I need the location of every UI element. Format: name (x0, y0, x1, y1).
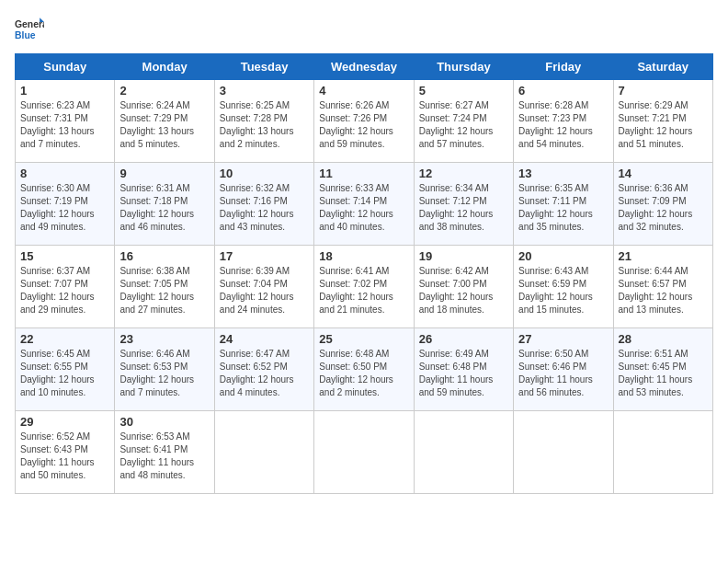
calendar-cell: 6Sunrise: 6:28 AMSunset: 7:23 PMDaylight… (514, 80, 613, 163)
logo: General Blue (15, 15, 44, 44)
day-number: 18 (319, 249, 408, 263)
calendar-cell: 2Sunrise: 6:24 AMSunset: 7:29 PMDaylight… (115, 80, 214, 163)
calendar-cell: 18Sunrise: 6:41 AMSunset: 7:02 PMDayligh… (314, 246, 414, 328)
calendar-cell: 13Sunrise: 6:35 AMSunset: 7:11 PMDayligh… (514, 163, 613, 246)
calendar-week-4: 22Sunrise: 6:45 AMSunset: 6:55 PMDayligh… (16, 328, 713, 411)
svg-text:Blue: Blue (15, 30, 36, 40)
calendar-header-row: SundayMondayTuesdayWednesdayThursdayFrid… (16, 54, 713, 80)
calendar-cell (314, 411, 414, 494)
day-info: Sunrise: 6:32 AMSunset: 7:16 PMDaylight:… (220, 182, 309, 234)
day-info: Sunrise: 6:53 AMSunset: 6:41 PMDaylight:… (119, 431, 209, 482)
day-info: Sunrise: 6:38 AMSunset: 7:05 PMDaylight:… (119, 265, 209, 316)
calendar-cell (214, 411, 313, 494)
day-info: Sunrise: 6:23 AMSunset: 7:31 PMDaylight:… (20, 99, 109, 151)
calendar-cell: 29Sunrise: 6:52 AMSunset: 6:43 PMDayligh… (16, 411, 115, 494)
calendar-cell: 1Sunrise: 6:23 AMSunset: 7:31 PMDaylight… (16, 80, 115, 163)
day-info: Sunrise: 6:26 AMSunset: 7:26 PMDaylight:… (319, 99, 408, 151)
day-info: Sunrise: 6:27 AMSunset: 7:24 PMDaylight:… (419, 99, 508, 151)
day-number: 6 (518, 84, 608, 98)
day-info: Sunrise: 6:29 AMSunset: 7:21 PMDaylight:… (619, 99, 708, 151)
calendar-cell: 22Sunrise: 6:45 AMSunset: 6:55 PMDayligh… (16, 328, 115, 411)
day-info: Sunrise: 6:42 AMSunset: 7:00 PMDaylight:… (419, 265, 508, 316)
calendar-cell (414, 411, 513, 494)
calendar-cell: 23Sunrise: 6:46 AMSunset: 6:53 PMDayligh… (115, 328, 214, 411)
calendar-cell: 19Sunrise: 6:42 AMSunset: 7:00 PMDayligh… (414, 246, 513, 328)
calendar-cell: 25Sunrise: 6:48 AMSunset: 6:50 PMDayligh… (314, 328, 414, 411)
calendar-cell: 5Sunrise: 6:27 AMSunset: 7:24 PMDaylight… (414, 80, 513, 163)
day-info: Sunrise: 6:50 AMSunset: 6:46 PMDaylight:… (518, 348, 608, 399)
column-header-monday: Monday (115, 54, 214, 80)
calendar-cell (514, 411, 613, 494)
day-number: 3 (220, 84, 309, 98)
day-number: 26 (419, 332, 508, 346)
calendar-cell: 10Sunrise: 6:32 AMSunset: 7:16 PMDayligh… (214, 163, 313, 246)
column-header-tuesday: Tuesday (214, 54, 313, 80)
day-number: 15 (20, 249, 109, 263)
day-number: 11 (319, 167, 408, 180)
calendar-cell: 7Sunrise: 6:29 AMSunset: 7:21 PMDaylight… (613, 80, 712, 163)
day-number: 7 (619, 84, 708, 98)
day-info: Sunrise: 6:48 AMSunset: 6:50 PMDaylight:… (319, 348, 408, 399)
calendar-cell: 16Sunrise: 6:38 AMSunset: 7:05 PMDayligh… (115, 246, 214, 328)
day-info: Sunrise: 6:41 AMSunset: 7:02 PMDaylight:… (319, 265, 408, 316)
column-header-wednesday: Wednesday (314, 54, 414, 80)
day-info: Sunrise: 6:25 AMSunset: 7:28 PMDaylight:… (220, 99, 309, 151)
day-number: 23 (119, 332, 209, 346)
day-number: 8 (20, 167, 109, 180)
calendar-cell: 9Sunrise: 6:31 AMSunset: 7:18 PMDaylight… (115, 163, 214, 246)
calendar-cell: 11Sunrise: 6:33 AMSunset: 7:14 PMDayligh… (314, 163, 414, 246)
calendar: SundayMondayTuesdayWednesdayThursdayFrid… (15, 53, 713, 494)
column-header-sunday: Sunday (16, 54, 115, 80)
calendar-cell: 3Sunrise: 6:25 AMSunset: 7:28 PMDaylight… (214, 80, 313, 163)
calendar-cell: 8Sunrise: 6:30 AMSunset: 7:19 PMDaylight… (16, 163, 115, 246)
day-number: 29 (20, 415, 109, 429)
header: General Blue (15, 15, 713, 44)
calendar-cell: 21Sunrise: 6:44 AMSunset: 6:57 PMDayligh… (613, 246, 712, 328)
day-number: 21 (619, 249, 708, 263)
day-number: 22 (20, 332, 109, 346)
day-info: Sunrise: 6:34 AMSunset: 7:12 PMDaylight:… (419, 182, 508, 234)
day-number: 1 (20, 84, 109, 98)
day-info: Sunrise: 6:47 AMSunset: 6:52 PMDaylight:… (220, 348, 309, 399)
day-number: 28 (619, 332, 708, 346)
logo-icon: General Blue (15, 15, 44, 44)
day-info: Sunrise: 6:33 AMSunset: 7:14 PMDaylight:… (319, 182, 408, 234)
day-info: Sunrise: 6:46 AMSunset: 6:53 PMDaylight:… (119, 348, 209, 399)
calendar-cell: 24Sunrise: 6:47 AMSunset: 6:52 PMDayligh… (214, 328, 313, 411)
day-info: Sunrise: 6:36 AMSunset: 7:09 PMDaylight:… (619, 182, 708, 234)
day-info: Sunrise: 6:37 AMSunset: 7:07 PMDaylight:… (20, 265, 109, 316)
calendar-cell: 4Sunrise: 6:26 AMSunset: 7:26 PMDaylight… (314, 80, 414, 163)
day-number: 4 (319, 84, 408, 98)
day-info: Sunrise: 6:52 AMSunset: 6:43 PMDaylight:… (20, 431, 109, 482)
day-number: 9 (119, 167, 209, 180)
day-number: 2 (119, 84, 209, 98)
day-number: 14 (619, 167, 708, 180)
day-number: 30 (119, 415, 209, 429)
calendar-week-3: 15Sunrise: 6:37 AMSunset: 7:07 PMDayligh… (16, 246, 713, 328)
day-info: Sunrise: 6:35 AMSunset: 7:11 PMDaylight:… (518, 182, 608, 234)
day-number: 25 (319, 332, 408, 346)
calendar-cell: 28Sunrise: 6:51 AMSunset: 6:45 PMDayligh… (613, 328, 712, 411)
calendar-week-2: 8Sunrise: 6:30 AMSunset: 7:19 PMDaylight… (16, 163, 713, 246)
calendar-cell: 17Sunrise: 6:39 AMSunset: 7:04 PMDayligh… (214, 246, 313, 328)
calendar-cell: 20Sunrise: 6:43 AMSunset: 6:59 PMDayligh… (514, 246, 613, 328)
column-header-thursday: Thursday (414, 54, 513, 80)
day-info: Sunrise: 6:43 AMSunset: 6:59 PMDaylight:… (518, 265, 608, 316)
calendar-cell: 26Sunrise: 6:49 AMSunset: 6:48 PMDayligh… (414, 328, 513, 411)
day-number: 16 (119, 249, 209, 263)
day-info: Sunrise: 6:39 AMSunset: 7:04 PMDaylight:… (220, 265, 309, 316)
calendar-cell: 15Sunrise: 6:37 AMSunset: 7:07 PMDayligh… (16, 246, 115, 328)
day-number: 20 (518, 249, 608, 263)
day-info: Sunrise: 6:51 AMSunset: 6:45 PMDaylight:… (619, 348, 708, 399)
day-number: 5 (419, 84, 508, 98)
day-info: Sunrise: 6:24 AMSunset: 7:29 PMDaylight:… (119, 99, 209, 151)
calendar-cell: 14Sunrise: 6:36 AMSunset: 7:09 PMDayligh… (613, 163, 712, 246)
day-number: 27 (518, 332, 608, 346)
calendar-cell (613, 411, 712, 494)
day-info: Sunrise: 6:31 AMSunset: 7:18 PMDaylight:… (119, 182, 209, 234)
calendar-week-5: 29Sunrise: 6:52 AMSunset: 6:43 PMDayligh… (16, 411, 713, 494)
day-number: 13 (518, 167, 608, 180)
day-number: 19 (419, 249, 508, 263)
day-info: Sunrise: 6:45 AMSunset: 6:55 PMDaylight:… (20, 348, 109, 399)
day-number: 10 (220, 167, 309, 180)
